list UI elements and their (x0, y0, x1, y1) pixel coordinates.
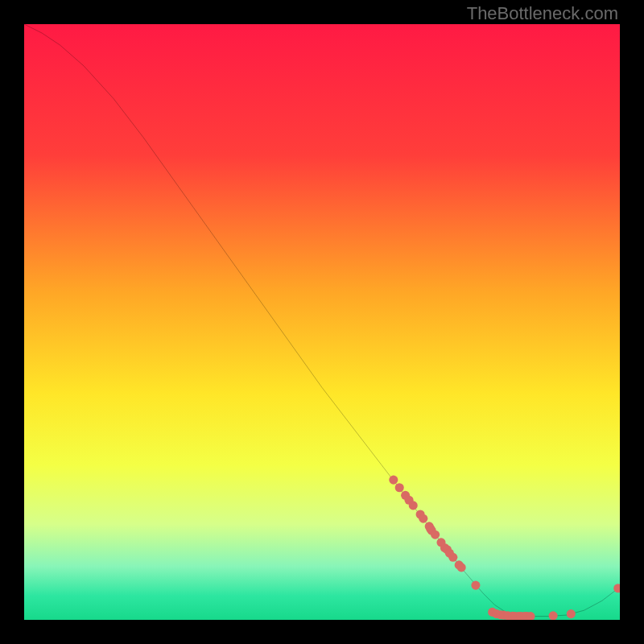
data-marker (389, 476, 398, 485)
data-marker (457, 563, 466, 572)
bottleneck-chart (24, 24, 620, 620)
data-marker (409, 501, 418, 510)
data-marker (549, 611, 558, 620)
data-marker (567, 609, 576, 618)
data-marker (395, 483, 404, 492)
data-marker (431, 530, 440, 539)
data-marker (419, 514, 427, 523)
data-marker (471, 581, 480, 590)
data-marker (448, 553, 457, 562)
gradient-background (24, 24, 620, 620)
watermark-text: TheBottleneck.com (467, 3, 618, 24)
